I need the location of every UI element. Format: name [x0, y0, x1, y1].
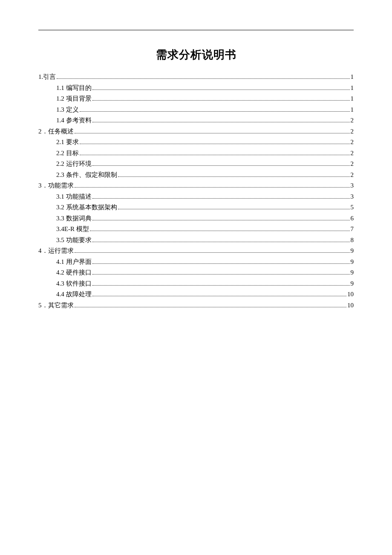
toc-leader-dots [80, 139, 350, 145]
toc-leader-dots [92, 258, 350, 264]
toc-entry[interactable]: 1.2 项目背景1 [38, 93, 354, 104]
toc-leader-dots [92, 280, 350, 286]
toc-leader-dots [118, 204, 350, 210]
toc-entry-label: 1.引言 [38, 72, 56, 83]
toc-entry[interactable]: 4.4 故障处理10 [38, 289, 354, 300]
toc-entry-label: 3.5 功能要求 [56, 235, 92, 246]
toc-entry[interactable]: 2.1 要求2 [38, 137, 354, 148]
toc-entry-page: 10 [347, 289, 354, 300]
toc-entry[interactable]: 3.3 数据词典6 [38, 213, 354, 224]
toc-entry[interactable]: 4.1 用户界面9 [38, 257, 354, 268]
toc-entry-label: 4．运行需求 [38, 246, 74, 257]
toc-entry-page: 1 [351, 104, 354, 116]
document-title: 需求分析说明书 [38, 47, 354, 62]
toc-entry[interactable]: 3.2 系统基本数据架构5 [38, 202, 354, 213]
toc-entry[interactable]: 4．运行需求9 [38, 246, 354, 257]
toc-entry-page: 9 [351, 257, 354, 268]
toc-entry-label: 1.1 编写目的 [56, 83, 92, 94]
toc-leader-dots [92, 95, 350, 101]
toc-leader-dots [92, 291, 347, 297]
toc-entry-page: 2 [351, 126, 354, 137]
toc-entry-label: 4.3 软件接口 [56, 278, 92, 289]
toc-entry-page: 7 [351, 224, 354, 235]
toc-entry-label: 1.2 项目背景 [56, 93, 92, 104]
toc-entry-page: 9 [351, 267, 354, 278]
document-page: 需求分析说明书 1.引言11.1 编写目的11.2 项目背景11.3 定义11.… [0, 0, 392, 311]
toc-entry-page: 3 [351, 191, 354, 202]
toc-entry-page: 9 [351, 278, 354, 289]
toc-entry-label: 2.2 目标 [56, 148, 79, 159]
toc-entry-page: 2 [351, 159, 354, 170]
toc-leader-dots [57, 73, 349, 79]
header-rule [38, 30, 354, 30]
toc-entry-label: 4.4 故障处理 [56, 289, 92, 300]
toc-leader-dots [92, 236, 350, 242]
toc-entry-page: 2 [351, 115, 354, 126]
toc-leader-dots [92, 214, 350, 220]
toc-entry-page: 5 [351, 202, 354, 213]
toc-entry-page: 3 [351, 180, 354, 191]
toc-entry-label: 2.1 要求 [56, 137, 79, 148]
toc-entry[interactable]: 2.2 目标2 [38, 148, 354, 159]
toc-entry-label: 2.3 条件、假定和限制 [56, 170, 117, 181]
toc-entry-label: 1.4 参考资料 [56, 115, 92, 126]
toc-leader-dots [92, 269, 350, 275]
toc-entry-page: 9 [351, 246, 354, 257]
toc-entry-label: 3.3 数据词典 [56, 213, 92, 224]
toc-entry-label: 3.2 系统基本数据架构 [56, 202, 117, 213]
toc-leader-dots [92, 160, 350, 166]
toc-entry[interactable]: 4.2 硬件接口9 [38, 267, 354, 278]
toc-entry-label: 2．任务概述 [38, 126, 74, 137]
toc-entry-label: 4.2 硬件接口 [56, 267, 92, 278]
toc-entry-page: 1 [351, 72, 354, 83]
toc-leader-dots [80, 106, 350, 112]
toc-leader-dots [75, 127, 350, 133]
toc-entry[interactable]: 4.3 软件接口9 [38, 278, 354, 289]
toc-entry[interactable]: 3.1 功能描述3 [38, 191, 354, 202]
toc-entry[interactable]: 1.3 定义1 [38, 104, 354, 116]
toc-leader-dots [75, 301, 347, 307]
toc-entry[interactable]: 1.引言1 [38, 72, 354, 83]
toc-entry-label: 3．功能需求 [38, 180, 74, 191]
toc-entry-label: 1.3 定义 [56, 104, 79, 116]
toc-leader-dots [92, 84, 350, 90]
toc-leader-dots [92, 117, 350, 123]
toc-entry-page: 1 [351, 93, 354, 104]
toc-entry[interactable]: 1.4 参考资料2 [38, 115, 354, 126]
toc-leader-dots [90, 225, 350, 231]
toc-entry[interactable]: 5．其它需求10 [38, 300, 354, 311]
toc-entry-page: 2 [351, 148, 354, 159]
toc-entry-page: 6 [351, 213, 354, 224]
table-of-contents: 1.引言11.1 编写目的11.2 项目背景11.3 定义11.4 参考资料22… [38, 72, 354, 311]
toc-leader-dots [92, 193, 350, 199]
toc-leader-dots [118, 171, 350, 177]
toc-entry[interactable]: 2．任务概述2 [38, 126, 354, 137]
toc-leader-dots [75, 247, 350, 253]
toc-entry-page: 1 [351, 83, 354, 94]
toc-entry-label: 3.4E-R 模型 [56, 224, 89, 235]
toc-entry-page: 8 [351, 235, 354, 246]
toc-entry-page: 2 [351, 170, 354, 181]
toc-entry[interactable]: 3.4E-R 模型7 [38, 224, 354, 235]
toc-entry[interactable]: 3．功能需求3 [38, 180, 354, 191]
toc-leader-dots [75, 182, 350, 188]
toc-entry[interactable]: 2.3 条件、假定和限制2 [38, 170, 354, 181]
toc-entry[interactable]: 3.5 功能要求8 [38, 235, 354, 246]
toc-entry-label: 5．其它需求 [38, 300, 74, 311]
toc-leader-dots [80, 149, 350, 155]
toc-entry[interactable]: 2.2 运行环境2 [38, 159, 354, 170]
toc-entry-label: 2.2 运行环境 [56, 159, 92, 170]
toc-entry-page: 10 [347, 300, 354, 311]
toc-entry-label: 3.1 功能描述 [56, 191, 92, 202]
toc-entry-label: 4.1 用户界面 [56, 257, 92, 268]
toc-entry-page: 2 [351, 137, 354, 148]
toc-entry[interactable]: 1.1 编写目的1 [38, 83, 354, 94]
